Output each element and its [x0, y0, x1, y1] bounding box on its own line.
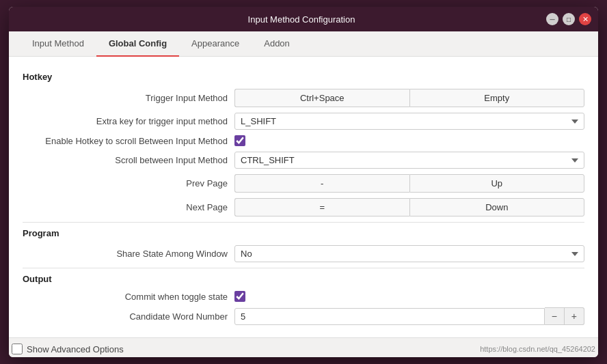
prev-page-row: Prev Page - Up [23, 174, 584, 193]
tab-addon[interactable]: Addon [252, 31, 302, 57]
footer: Show Advanced Options https://blog.csdn.… [9, 337, 598, 357]
tab-appearance[interactable]: Appearance [179, 31, 252, 57]
share-state-control: No [234, 245, 584, 262]
prev-page-buttons: - Up [234, 174, 584, 193]
share-state-row: Share State Among Window No [23, 245, 584, 262]
tab-input-method[interactable]: Input Method [20, 31, 96, 57]
candidate-word-control: − + [234, 307, 584, 325]
prev-page-label: Prev Page [23, 178, 234, 188]
program-section-title: Program [23, 228, 584, 238]
main-window: Input Method Configuration ─ □ ✕ Input M… [9, 7, 598, 357]
scroll-control: CTRL_SHIFT [234, 152, 584, 169]
scroll-select[interactable]: CTRL_SHIFT [234, 152, 584, 169]
candidate-word-input[interactable] [234, 308, 545, 325]
trigger-buttons: Ctrl+Space Empty [234, 89, 584, 107]
share-state-label: Share State Among Window [23, 249, 234, 259]
commit-toggle-checkbox[interactable] [234, 291, 245, 302]
window-title: Input Method Configuration [57, 14, 546, 25]
next-page-buttons: = Down [234, 198, 584, 216]
trigger-btn-1[interactable]: Ctrl+Space [234, 89, 409, 107]
hotkey-section-title: Hotkey [23, 72, 584, 82]
share-state-select[interactable]: No [234, 245, 584, 262]
content-area: Hotkey Trigger Input Method Ctrl+Space E… [9, 57, 598, 337]
candidate-word-row: Candidate Word Number − + [23, 307, 584, 325]
enable-hotkey-checkbox[interactable] [234, 135, 245, 146]
next-page-btn-1[interactable]: = [234, 198, 409, 216]
maximize-button[interactable]: □ [563, 13, 575, 25]
next-page-btn-2[interactable]: Down [409, 198, 585, 216]
divider-1 [23, 222, 584, 223]
prev-page-btn-1[interactable]: - [234, 174, 409, 193]
extra-key-select[interactable]: L_SHIFT [234, 113, 584, 130]
prev-page-btn-2[interactable]: Up [409, 174, 585, 193]
show-advanced-label: Show Advanced Options [27, 344, 124, 354]
trigger-label: Trigger Input Method [23, 93, 234, 103]
show-advanced-checkbox[interactable] [12, 344, 23, 354]
commit-toggle-label: Commit when toggle state [23, 292, 234, 302]
extra-key-row: Extra key for trigger input method L_SHI… [23, 113, 584, 130]
tab-bar: Input Method Global Config Appearance Ad… [9, 31, 598, 57]
titlebar: Input Method Configuration ─ □ ✕ [9, 7, 598, 31]
footer-link: https://blog.csdn.net/qq_45264202 [124, 345, 595, 353]
window-controls: ─ □ ✕ [546, 13, 591, 25]
enable-hotkey-label: Enable Hotkey to scroll Between Input Me… [23, 136, 234, 146]
scroll-row: Scroll between Input Method CTRL_SHIFT [23, 152, 584, 169]
candidate-word-increment[interactable]: + [565, 307, 584, 325]
show-advanced-row: Show Advanced Options [12, 344, 124, 354]
close-button[interactable]: ✕ [579, 13, 591, 25]
trigger-row: Trigger Input Method Ctrl+Space Empty [23, 89, 584, 107]
extra-key-control: L_SHIFT [234, 113, 584, 130]
scroll-label: Scroll between Input Method [23, 155, 234, 165]
output-section-title: Output [23, 274, 584, 284]
tab-global-config[interactable]: Global Config [96, 31, 179, 57]
enable-hotkey-row: Enable Hotkey to scroll Between Input Me… [23, 135, 584, 146]
commit-toggle-row: Commit when toggle state [23, 291, 584, 302]
candidate-word-decrement[interactable]: − [545, 307, 565, 325]
divider-2 [23, 268, 584, 268]
next-page-label: Next Page [23, 202, 234, 212]
minimize-button[interactable]: ─ [546, 13, 558, 25]
candidate-word-label: Candidate Word Number [23, 311, 234, 322]
trigger-btn-2[interactable]: Empty [409, 89, 585, 107]
extra-key-label: Extra key for trigger input method [23, 116, 234, 126]
next-page-row: Next Page = Down [23, 198, 584, 216]
